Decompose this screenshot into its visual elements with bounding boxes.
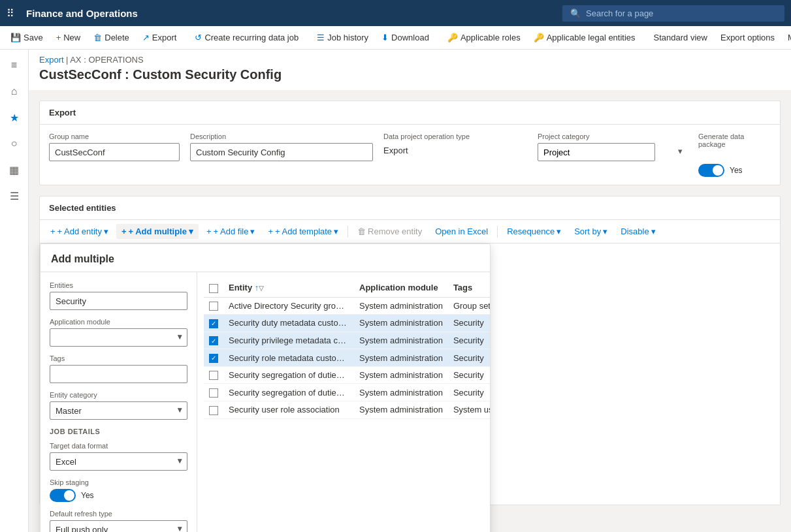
sidebar-star[interactable]: ★: [4, 107, 25, 128]
generate-data-package-field: Generate data package Yes: [698, 133, 771, 177]
row-check-4[interactable]: [204, 349, 223, 367]
export-section-header: Export: [40, 101, 780, 125]
standard-view-button[interactable]: Standard view: [649, 30, 713, 45]
add-file-icon: +: [206, 227, 212, 236]
description-field: Description: [190, 133, 373, 161]
new-icon: +: [56, 33, 61, 42]
job-history-button[interactable]: ☰ Job history: [312, 30, 374, 45]
group-name-input[interactable]: [49, 143, 180, 161]
generate-data-package-toggle[interactable]: [698, 164, 724, 177]
remove-entity-button[interactable]: 🗑 Remove entity: [352, 224, 427, 239]
table-row: Security segregation of duties conflict …: [204, 366, 490, 384]
row-check-3[interactable]: [204, 332, 223, 349]
target-data-format-label: Target data format: [50, 442, 187, 450]
header-app-module[interactable]: Application module: [354, 279, 448, 297]
table-row: Security privilege metadata customizatio…: [204, 332, 490, 349]
resequence-button[interactable]: Resequence ▾: [502, 224, 566, 239]
entity-table-body: Active Directory Security groups System …: [204, 297, 490, 418]
sidebar-hamburger[interactable]: ≡: [4, 55, 25, 76]
breadcrumb-parent[interactable]: Export: [39, 55, 64, 65]
export-options-button[interactable]: Export options: [715, 30, 780, 45]
applicable-roles-button[interactable]: 🔑 Applicable roles: [442, 30, 526, 45]
delete-button[interactable]: 🗑 Delete: [88, 30, 135, 45]
search-input[interactable]: [586, 8, 777, 18]
entities-filter-input[interactable]: [50, 292, 187, 310]
default-refresh-select[interactable]: Full push only: [50, 520, 187, 532]
disable-button[interactable]: Disable ▾: [615, 224, 660, 239]
add-entity-button[interactable]: + + Add entity ▾: [45, 224, 114, 239]
description-input[interactable]: [190, 143, 373, 161]
entity-category-select[interactable]: Master: [50, 401, 187, 420]
export-button[interactable]: ↗ Export: [137, 30, 182, 45]
entity-category-field: Entity category Master ▾: [50, 391, 187, 420]
sort-by-button[interactable]: Sort by ▾: [569, 224, 613, 239]
waffle-icon[interactable]: ⠿: [7, 7, 14, 20]
header-check[interactable]: [204, 279, 223, 297]
save-button[interactable]: 💾 Save: [5, 30, 48, 45]
add-template-button[interactable]: + + Add template ▾: [263, 224, 344, 239]
header-tags[interactable]: Tags: [448, 279, 490, 297]
sidebar-clock[interactable]: ○: [4, 133, 25, 154]
roles-icon: 🔑: [447, 33, 458, 42]
group-name-label: Group name: [49, 133, 180, 140]
selected-entities-section: Selected entities + + Add entity ▾ + + A…: [39, 196, 781, 505]
operation-type-value: Export: [383, 143, 527, 161]
resequence-chevron: ▾: [557, 227, 561, 236]
breadcrumb-area: Export | AX : OPERATIONS CustSecConf : C…: [29, 50, 791, 90]
row-check-5[interactable]: [204, 366, 223, 384]
sidebar-home[interactable]: ⌂: [4, 81, 25, 102]
add-multiple-panel: Add multiple Entities Application module: [40, 243, 491, 532]
row-check-1[interactable]: [204, 297, 223, 315]
tags-5: Security: [448, 366, 490, 384]
table-row: Security segregation of duties rule Syst…: [204, 384, 490, 401]
ma-button[interactable]: Ma: [783, 30, 791, 45]
operation-type-field: Data project operation type Export: [383, 133, 527, 161]
table-row: Security role metadata customizations en…: [204, 349, 490, 367]
download-button[interactable]: ⬇ Download: [376, 30, 434, 45]
target-data-format-field: Target data format Excel ▾: [50, 442, 187, 471]
tags-input[interactable]: [50, 365, 187, 383]
row-check-2[interactable]: [204, 315, 223, 332]
sidebar-grid[interactable]: ▦: [4, 159, 25, 180]
save-icon: 💾: [10, 33, 21, 42]
row-check-6[interactable]: [204, 384, 223, 401]
generate-data-package-label: Generate data package: [698, 133, 771, 148]
app-title: Finance and Operations: [26, 8, 555, 19]
app-module-3: System administration: [354, 332, 448, 349]
job-history-icon: ☰: [317, 33, 325, 42]
tags-field: Tags: [50, 354, 187, 383]
action-bar: 💾 Save + New 🗑 Delete ↗ Export ↺ Create …: [0, 26, 791, 50]
add-multiple-chevron: ▾: [189, 227, 193, 236]
main-layout: ≡ ⌂ ★ ○ ▦ ☰ Export | AX : OPERATIONS Cus…: [0, 50, 791, 532]
tags-2: Security: [448, 315, 490, 332]
search-icon: 🔍: [570, 8, 581, 18]
create-recurring-button[interactable]: ↺ Create recurring data job: [189, 30, 304, 45]
panel-left-filters: Entities Application module: [40, 272, 197, 532]
table-row: Active Directory Security groups System …: [204, 297, 490, 315]
select-all-checkbox[interactable]: [209, 284, 218, 293]
add-file-button[interactable]: + + Add file ▾: [201, 224, 260, 239]
applicable-legal-button[interactable]: 🔑 Applicable legal entities: [528, 30, 641, 45]
app-module-select-wrap: ▾: [50, 328, 187, 347]
add-template-chevron: ▾: [334, 227, 338, 236]
app-module-5: System administration: [354, 366, 448, 384]
open-in-excel-button[interactable]: Open in Excel: [430, 224, 493, 239]
main-content: Export | AX : OPERATIONS CustSecConf : C…: [29, 50, 791, 532]
target-format-select[interactable]: Excel: [50, 452, 187, 471]
entity-name-2: Security duty metadata customizations en…: [223, 315, 354, 332]
table-panel-wrap: ✓ Entity Add multiple Entities: [40, 243, 780, 505]
entity-name-5: Security segregation of duties conflict: [223, 366, 354, 384]
row-check-7[interactable]: [204, 401, 223, 418]
legal-icon: 🔑: [534, 33, 544, 42]
entity-category-label: Entity category: [50, 391, 187, 399]
sidebar-list[interactable]: ☰: [4, 185, 25, 206]
tags-1: Group setup: [448, 297, 490, 315]
top-nav: ⠿ Finance and Operations 🔍: [0, 0, 791, 26]
app-module-select[interactable]: [50, 328, 187, 347]
project-category-select[interactable]: Project: [538, 143, 655, 161]
add-multiple-button[interactable]: + + Add multiple ▾: [116, 224, 199, 239]
skip-staging-toggle[interactable]: [50, 489, 76, 502]
new-button[interactable]: + New: [51, 30, 86, 45]
app-module-4: System administration: [354, 349, 448, 367]
header-entity[interactable]: Entity ↑▽: [223, 279, 354, 297]
